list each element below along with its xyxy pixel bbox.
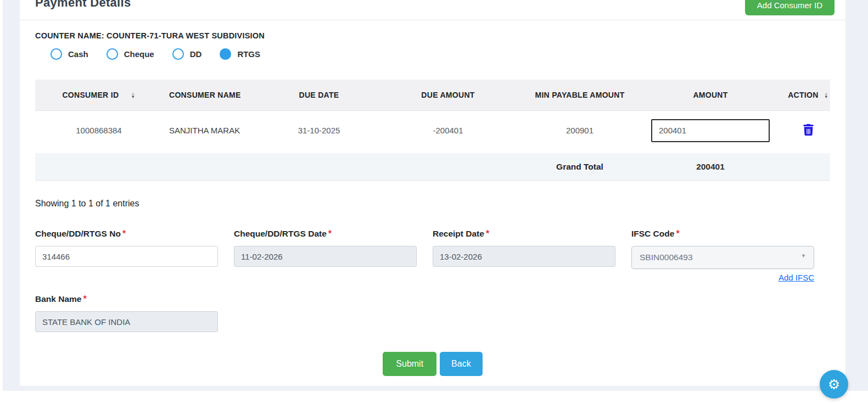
ifsc-code-select[interactable]: SBIN0006493 ▼ — [631, 246, 814, 269]
card-header: Payment Details Add Consumer ID — [20, 0, 845, 20]
field-receipt-date: Receipt Date* — [433, 229, 615, 283]
required-asterisk: * — [83, 294, 86, 304]
radio-label: Cheque — [124, 49, 154, 59]
form-actions: Submit Back — [35, 352, 830, 376]
payment-mode-radio-rtgs[interactable]: RTGS — [220, 48, 260, 60]
cell-min-payable-amount: 200901 — [525, 110, 635, 150]
ifsc-code-selected-value: SBIN0006493 — [640, 252, 693, 262]
trash-icon — [803, 124, 814, 136]
payment-mode-radio-dd[interactable]: DD — [172, 48, 202, 60]
field-ifsc-code: IFSC Code* SBIN0006493 ▼ Add IFSC — [631, 229, 814, 283]
field-label: Cheque/DD/RTGS Date — [234, 229, 327, 238]
receipt-date-input[interactable] — [433, 246, 615, 267]
field-label: IFSC Code — [631, 229, 674, 238]
bank-name-input — [35, 311, 218, 332]
radio-icon — [107, 48, 118, 60]
cell-due-amount: -200401 — [371, 110, 525, 150]
sort-icon[interactable]: ▲▼ — [131, 92, 135, 99]
cheque-date-input[interactable] — [234, 246, 417, 267]
radio-icon — [51, 48, 62, 60]
field-label: Cheque/DD/RTGS No — [35, 229, 121, 238]
cell-amount — [635, 110, 786, 150]
amount-input[interactable] — [651, 119, 770, 142]
table-entries-summary: Showing 1 to 1 of 1 entries — [35, 199, 830, 209]
add-consumer-id-button[interactable]: Add Consumer ID — [745, 0, 835, 15]
column-header-amount: AMOUNT — [635, 80, 786, 110]
required-asterisk: * — [676, 229, 679, 238]
column-header-due-date: DUE DATE — [267, 80, 371, 110]
radio-label: RTGS — [237, 49, 260, 59]
field-cheque-date: Cheque/DD/RTGS Date* — [234, 229, 417, 283]
page-title: Payment Details — [35, 0, 131, 11]
field-label: Receipt Date — [433, 229, 484, 238]
radio-label: Cash — [68, 49, 88, 59]
payment-mode-group: Cash Cheque DD RTGS — [51, 48, 830, 60]
column-header-min-payable-amount: MIN PAYABLE AMOUNT — [525, 80, 635, 110]
counter-name-label: COUNTER NAME: — [35, 31, 104, 40]
required-asterisk: * — [122, 229, 126, 238]
grand-total-label: Grand Total — [525, 162, 635, 172]
cell-consumer-id: 1000868384 — [35, 110, 163, 150]
radio-label: DD — [190, 49, 202, 59]
required-asterisk: * — [328, 229, 332, 238]
add-ifsc-wrap: Add IFSC — [631, 273, 814, 283]
column-header-action[interactable]: ACTION▲▼ — [786, 80, 830, 110]
payment-mode-radio-cheque[interactable]: Cheque — [107, 48, 154, 60]
delete-row-button[interactable] — [802, 123, 815, 138]
payment-details-card: Payment Details Add Consumer ID COUNTER … — [20, 0, 845, 386]
column-header-consumer-name: CONSUMER NAME — [163, 80, 267, 110]
submit-button[interactable]: Submit — [383, 352, 436, 376]
counter-name-line: COUNTER NAME: COUNTER-71-TURA WEST SUBDI… — [35, 31, 830, 40]
column-header-consumer-id[interactable]: CONSUMER ID▲▼ — [35, 80, 163, 110]
gear-icon: ⚙ — [828, 378, 840, 391]
add-ifsc-link[interactable]: Add IFSC — [779, 273, 814, 282]
field-cheque-no: Cheque/DD/RTGS No* — [35, 229, 218, 283]
payment-form: Cheque/DD/RTGS No* Cheque/DD/RTGS Date* … — [35, 229, 830, 283]
radio-icon — [220, 48, 231, 60]
caret-down-icon: ▼ — [801, 253, 806, 259]
cheque-no-input[interactable] — [35, 246, 218, 267]
field-bank-name: Bank Name* — [35, 294, 218, 332]
grand-total-value: 200401 — [635, 162, 786, 172]
column-header-due-amount: DUE AMOUNT — [371, 80, 525, 110]
back-button[interactable]: Back — [440, 352, 483, 376]
payment-mode-radio-cash[interactable]: Cash — [51, 48, 88, 60]
settings-fab-button[interactable]: ⚙ — [820, 370, 848, 399]
table-header-row: CONSUMER ID▲▼ CONSUMER NAME DUE DATE DUE… — [35, 80, 830, 110]
grand-total-row: Grand Total 200401 — [35, 153, 830, 181]
sort-icon[interactable]: ▲▼ — [824, 92, 828, 99]
cell-due-date: 31-10-2025 — [267, 110, 371, 150]
counter-name-value: COUNTER-71-TURA WEST SUBDIVISION — [107, 31, 265, 40]
table-row: 1000868384 SANJITHA MARAK 31-10-2025 -20… — [35, 110, 830, 150]
payment-table: CONSUMER ID▲▼ CONSUMER NAME DUE DATE DUE… — [35, 80, 830, 150]
cell-action — [786, 110, 830, 150]
card-body: COUNTER NAME: COUNTER-71-TURA WEST SUBDI… — [20, 31, 845, 376]
required-asterisk: * — [486, 229, 489, 238]
radio-icon — [172, 48, 184, 60]
field-label: Bank Name — [35, 294, 81, 304]
cell-consumer-name: SANJITHA MARAK — [163, 110, 267, 150]
